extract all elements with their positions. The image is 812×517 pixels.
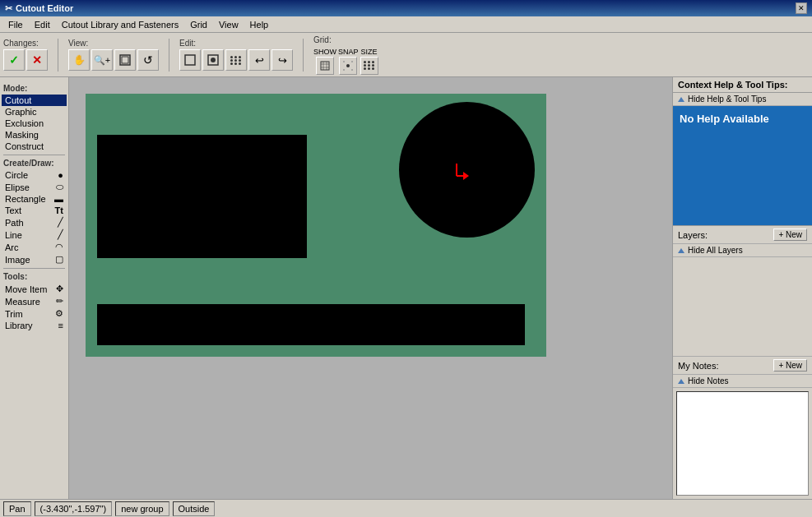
sidebar-item-image[interactable]: Image ▢ (2, 253, 67, 265)
circle-label: Circle (5, 170, 28, 180)
masking-label: Masking (5, 130, 39, 140)
grid-show-button[interactable] (316, 57, 334, 75)
svg-point-12 (351, 61, 353, 62)
zoom-fit-button[interactable] (114, 49, 136, 71)
sidebar-item-text[interactable]: Text Tt (2, 205, 67, 216)
sidebar-item-line[interactable]: Line ╱ (2, 228, 67, 241)
app-icon: ✂ (5, 3, 12, 14)
cutout-label: Cutout (5, 95, 31, 105)
status-bar: Pan (-3.430",-1.597") new group Outside (0, 499, 812, 517)
hide-help-label: Hide Help & Tool Tips (688, 95, 766, 104)
sidebar-item-trim[interactable]: Trim ⚙ (2, 307, 67, 320)
arc-icon: ◠ (55, 242, 63, 252)
undo-button[interactable]: ↩ (248, 49, 270, 71)
edit-btn-3[interactable] (225, 49, 247, 71)
line-label: Line (5, 230, 22, 240)
new-layer-button[interactable]: + New (773, 228, 807, 241)
image-icon: ▢ (55, 254, 63, 265)
coords-label: (-3.430",-1.597") (40, 504, 107, 514)
main-area: Mode: Cutout Graphic Exclusion Masking C… (0, 77, 812, 499)
context-help-subheader[interactable]: Hide Help & Tool Tips (673, 93, 812, 106)
changes-label: Changes: (3, 39, 39, 48)
zoom-in-button[interactable]: 🔍+ (91, 49, 113, 71)
menu-cutout-library[interactable]: Cutout Library and Fasteners (57, 19, 183, 30)
sidebar-item-graphic[interactable]: Graphic (2, 106, 67, 118)
redo-button[interactable]: ↪ (271, 49, 293, 71)
grid-snap-button[interactable] (339, 57, 357, 75)
rectangle-icon: ▬ (54, 194, 63, 204)
notes-content[interactable] (676, 391, 809, 496)
menu-help[interactable]: Help (245, 19, 274, 30)
line-icon: ╱ (58, 229, 63, 240)
graphic-label: Graphic (5, 107, 37, 117)
sidebar-item-rectangle[interactable]: Rectangle ▬ (2, 193, 67, 205)
notes-subheader[interactable]: Hide Notes (673, 375, 812, 388)
sidebar-item-library[interactable]: Library ≡ (2, 320, 67, 331)
layers-subheader[interactable]: Hide All Layers (673, 244, 812, 257)
accept-button[interactable]: ✓ (3, 49, 25, 71)
svg-point-10 (346, 64, 350, 67)
pan-button[interactable]: ✋ (68, 49, 90, 71)
text-label: Text (5, 205, 21, 215)
edit-group: Edit: ↩ (179, 39, 293, 71)
new-note-button[interactable]: + New (773, 359, 807, 372)
collapse-layers-icon (678, 248, 684, 253)
trim-icon: ⚙ (55, 308, 63, 319)
sidebar-item-circle[interactable]: Circle ● (2, 169, 67, 181)
svg-rect-2 (185, 55, 195, 65)
svg-point-11 (343, 61, 345, 62)
menu-file[interactable]: File (3, 19, 28, 30)
right-panel: Context Help & Tool Tips: Hide Help & To… (672, 77, 812, 499)
menu-grid[interactable]: Grid (185, 19, 212, 30)
edit-btn-1[interactable] (179, 49, 201, 71)
help-content: No Help Available (673, 106, 812, 225)
sidebar-item-ellipse[interactable]: Elipse ⬭ (2, 181, 67, 193)
sidebar: Mode: Cutout Graphic Exclusion Masking C… (0, 77, 69, 499)
svg-marker-17 (463, 172, 469, 180)
grid-size-button[interactable] (360, 57, 378, 75)
sidebar-item-path[interactable]: Path ╱ (2, 216, 67, 228)
status-outside: Outside (173, 501, 216, 516)
close-button[interactable]: ✕ (796, 2, 807, 14)
sidebar-item-move[interactable]: Move Item ✥ (2, 283, 67, 295)
trim-label: Trim (5, 309, 23, 319)
construct-label: Construct (5, 141, 44, 151)
sidebar-item-arc[interactable]: Arc ◠ (2, 241, 67, 253)
grid-show-label: SHOW (313, 48, 336, 56)
layers-header: Layers: + New (673, 226, 812, 244)
menu-edit[interactable]: Edit (30, 19, 55, 30)
edit-btn-2[interactable] (202, 49, 224, 71)
arc-label: Arc (5, 242, 19, 252)
library-icon: ≡ (58, 321, 63, 330)
separator-3 (303, 39, 304, 72)
measure-icon: ✏ (56, 296, 63, 307)
menu-view[interactable]: View (214, 19, 244, 30)
sidebar-item-measure[interactable]: Measure ✏ (2, 295, 67, 307)
sidebar-item-construct[interactable]: Construct (2, 141, 67, 152)
mode-label: Mode: (3, 84, 65, 93)
canvas-rect-bottom (97, 304, 525, 345)
pan-label: Pan (9, 504, 26, 514)
sidebar-item-cutout[interactable]: Cutout (2, 95, 67, 106)
hide-layers-label: Hide All Layers (688, 246, 743, 255)
layers-label: Layers: (678, 230, 708, 240)
move-label: Move Item (5, 284, 47, 294)
collapse-help-icon (678, 97, 684, 102)
cancel-button[interactable]: ✕ (26, 49, 48, 71)
sidebar-item-exclusion[interactable]: Exclusion (2, 118, 67, 129)
collapse-notes-icon (678, 379, 684, 384)
svg-rect-5 (321, 62, 329, 70)
status-pan: Pan (3, 501, 31, 516)
circle-icon: ● (58, 170, 63, 180)
text-icon: Tt (55, 205, 63, 215)
grid-size-label: SIZE (361, 48, 378, 56)
refresh-button[interactable]: ↺ (137, 49, 159, 71)
canvas-circle (399, 102, 535, 238)
canvas-area[interactable] (69, 77, 672, 499)
sidebar-item-masking[interactable]: Masking (2, 129, 67, 141)
toolbar: Changes: ✓ ✕ View: ✋ 🔍+ (0, 33, 812, 77)
notes-label: My Notes: (678, 361, 719, 371)
group-label: new group (121, 504, 163, 514)
status-coords: (-3.430",-1.597") (35, 501, 113, 516)
cursor-cross (444, 159, 469, 184)
